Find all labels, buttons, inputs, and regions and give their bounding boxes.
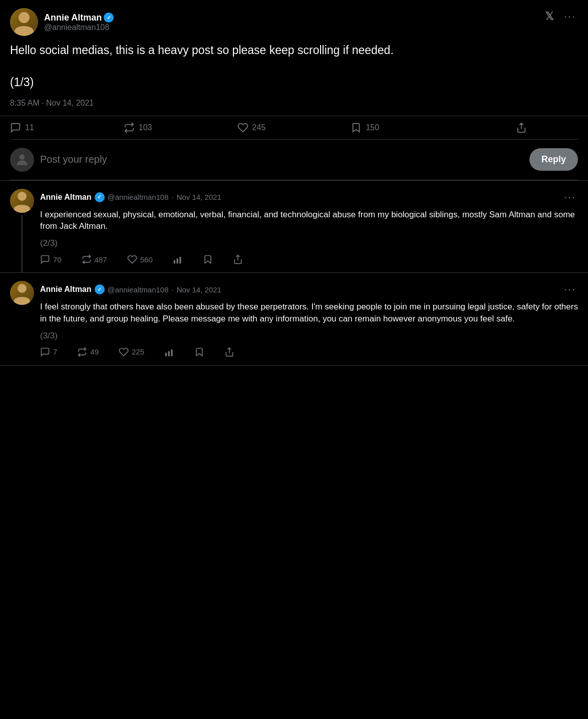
tweet-text: Hello social medias, this is a heavy pos… xyxy=(10,42,578,91)
thread-text-1: I experienced sexual, physical, emotiona… xyxy=(40,209,578,233)
reply-count: 11 xyxy=(25,123,34,132)
thread-username-1: @anniealtman108 xyxy=(108,193,169,201)
like-button[interactable]: 245 xyxy=(237,122,351,133)
default-avatar-icon xyxy=(14,152,30,168)
thread-like-count-1: 560 xyxy=(140,255,153,264)
display-name-row: Annie Altman ✓ xyxy=(44,13,114,23)
display-name: Annie Altman xyxy=(44,13,102,23)
ellipsis-icon: ··· xyxy=(564,10,576,23)
thread-reply-icon-2 xyxy=(40,347,50,357)
thread-bookmark-button-1[interactable] xyxy=(203,254,213,264)
thread-views-button-2[interactable] xyxy=(164,347,174,357)
bookmark-button[interactable]: 150 xyxy=(351,122,464,133)
thread-dot-2: · xyxy=(172,285,174,294)
retweet-icon xyxy=(124,122,135,133)
thread-date-2: Nov 14, 2021 xyxy=(177,285,221,294)
ellipsis-icon-2: ··· xyxy=(564,283,576,296)
thread-reply-count-1: 70 xyxy=(53,255,62,264)
thread-more-button-1[interactable]: ··· xyxy=(562,189,578,206)
reply-placeholder[interactable]: Post your reply xyxy=(40,154,523,165)
avatar[interactable] xyxy=(10,8,38,36)
bookmark-count: 150 xyxy=(366,123,379,132)
thread-heart-icon-1 xyxy=(127,254,137,264)
more-options-button[interactable]: ··· xyxy=(562,8,578,25)
thread-share-icon-1 xyxy=(233,254,243,264)
thread-part-1: (2/3) xyxy=(40,238,578,248)
thread-avatar-1[interactable] xyxy=(10,189,34,213)
thread-like-count-2: 225 xyxy=(132,347,144,356)
thread-views-icon-2 xyxy=(164,347,174,357)
engagement-row: 11 103 245 150 xyxy=(10,116,578,140)
thread-left-2 xyxy=(10,281,34,365)
thread-line-1 xyxy=(22,215,23,273)
thread-share-button-2[interactable] xyxy=(224,347,234,357)
thread-tweet-2: Annie Altman ✓ @anniealtman108 · Nov 14,… xyxy=(0,273,588,366)
thread-reply-icon-1 xyxy=(40,254,50,264)
thread-reply-button-2[interactable]: 7 xyxy=(40,347,57,357)
thread-tweet-1: Annie Altman ✓ @anniealtman108 · Nov 14,… xyxy=(0,181,588,273)
thread-more-button-2[interactable]: ··· xyxy=(562,281,578,298)
thread-username-2: @anniealtman108 xyxy=(108,285,169,294)
thread-date-1: Nov 14, 2021 xyxy=(177,193,221,201)
thread-left-1 xyxy=(10,189,34,273)
thread-bookmark-icon-2 xyxy=(194,347,204,357)
thread-retweet-button-1[interactable]: 487 xyxy=(82,254,107,264)
thread-share-button-1[interactable] xyxy=(233,254,243,264)
verified-icon: ✓ xyxy=(104,13,114,23)
thread-bookmark-icon-1 xyxy=(203,254,213,264)
thread-retweet-button-2[interactable]: 49 xyxy=(77,347,99,357)
thread-part-2: (3/3) xyxy=(40,331,578,341)
svg-rect-8 xyxy=(171,349,172,356)
thread-reply-button-1[interactable]: 70 xyxy=(40,254,62,264)
reply-box: Post your reply Reply xyxy=(10,140,578,180)
thread-dot-1: · xyxy=(172,193,174,201)
thread-retweet-icon-2 xyxy=(77,347,87,357)
thread-header-left-1: Annie Altman ✓ @anniealtman108 · Nov 14,… xyxy=(40,192,221,202)
ellipsis-icon-1: ··· xyxy=(564,191,576,204)
user-info: Annie Altman ✓ @anniealtman108 xyxy=(44,13,114,32)
main-tweet: Annie Altman ✓ @anniealtman108 𝕏 ··· Hel… xyxy=(0,0,588,181)
thread-display-name-2: Annie Altman xyxy=(40,285,92,294)
thread-views-icon-1 xyxy=(173,254,183,264)
thread-header-2: Annie Altman ✓ @anniealtman108 · Nov 14,… xyxy=(40,281,578,298)
thread-heart-icon-2 xyxy=(119,347,129,357)
reply-icon xyxy=(10,122,21,133)
thread-text-2: I feel strongly that others have also be… xyxy=(40,301,578,325)
svg-rect-2 xyxy=(173,260,175,264)
share-icon xyxy=(516,122,527,133)
thread-engagement-1: 70 487 560 xyxy=(40,254,578,264)
thread-retweet-count-2: 49 xyxy=(90,347,99,356)
thread-verified-icon-1: ✓ xyxy=(95,192,105,202)
tweet-header-left: Annie Altman ✓ @anniealtman108 xyxy=(10,8,114,36)
share-button[interactable] xyxy=(464,122,578,133)
thread-right-2: Annie Altman ✓ @anniealtman108 · Nov 14,… xyxy=(40,281,578,365)
thread-right-1: Annie Altman ✓ @anniealtman108 · Nov 14,… xyxy=(40,189,578,273)
svg-rect-6 xyxy=(165,352,167,356)
thread-display-name-1: Annie Altman xyxy=(40,193,92,202)
thread-share-icon-2 xyxy=(224,347,234,357)
tweet-actions-top: 𝕏 ··· xyxy=(545,8,578,25)
x-logo-icon: 𝕏 xyxy=(545,10,554,23)
svg-rect-4 xyxy=(179,257,181,263)
thread-reply-count-2: 7 xyxy=(53,347,57,356)
thread-engagement-2: 7 49 225 xyxy=(40,347,578,357)
retweet-button[interactable]: 103 xyxy=(124,122,237,133)
tweet-timestamp: 8:35 AM · Nov 14, 2021 xyxy=(10,99,578,108)
thread-views-button-1[interactable] xyxy=(173,254,183,264)
heart-icon xyxy=(237,122,248,133)
retweet-count: 103 xyxy=(139,123,152,132)
thread-retweet-count-1: 487 xyxy=(95,255,107,264)
thread-like-button-1[interactable]: 560 xyxy=(127,254,153,264)
thread-header-left-2: Annie Altman ✓ @anniealtman108 · Nov 14,… xyxy=(40,284,221,294)
thread-verified-icon-2: ✓ xyxy=(95,284,105,294)
replies-button[interactable]: 11 xyxy=(10,122,124,133)
thread-avatar-2[interactable] xyxy=(10,281,34,305)
thread-retweet-icon-1 xyxy=(82,254,92,264)
thread-bookmark-button-2[interactable] xyxy=(194,347,204,357)
svg-point-1 xyxy=(20,154,25,160)
reply-button[interactable]: Reply xyxy=(529,148,578,171)
tweet-header: Annie Altman ✓ @anniealtman108 𝕏 ··· xyxy=(10,8,578,36)
thread-like-button-2[interactable]: 225 xyxy=(119,347,144,357)
bookmark-icon xyxy=(351,122,362,133)
thread-header-1: Annie Altman ✓ @anniealtman108 · Nov 14,… xyxy=(40,189,578,206)
